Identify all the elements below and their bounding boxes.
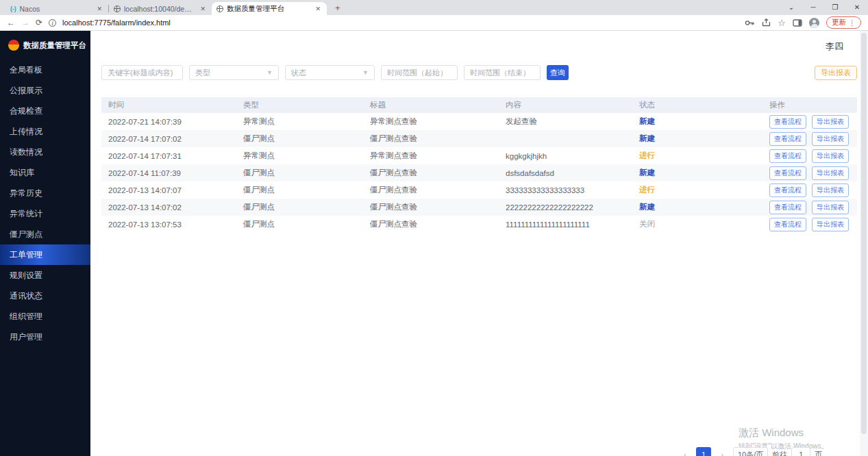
globe-icon bbox=[216, 5, 223, 12]
pagination-page-size-select[interactable]: 10条/页 bbox=[733, 447, 768, 456]
sidebar-item-12[interactable]: 组织管理 bbox=[0, 306, 90, 327]
export-report-row-button[interactable]: 导出报表 bbox=[812, 115, 849, 129]
app-viewport: 数据质量管理平台 全局看板公报展示合规检查上传情况读数情况知识库异常历史异常统计… bbox=[0, 31, 868, 456]
export-report-row-button[interactable]: 导出报表 bbox=[812, 183, 849, 197]
pagination-prev-icon[interactable]: ‹ bbox=[678, 447, 692, 456]
topbar: 李四 bbox=[90, 31, 868, 58]
cell-content: kggkgkjhjkh bbox=[499, 152, 632, 160]
sidebar-item-2[interactable]: 合规检查 bbox=[0, 101, 90, 121]
page-scrollbar[interactable] bbox=[860, 31, 868, 456]
sidebar-item-5[interactable]: 知识库 bbox=[0, 162, 90, 183]
key-icon[interactable] bbox=[745, 19, 755, 27]
new-tab-button[interactable]: + bbox=[332, 3, 344, 13]
work-order-table: 时间 类型 标题 内容 状态 操作 2022-07-21 14:07:39异常测… bbox=[101, 97, 857, 233]
cell-type: 异常测点 bbox=[236, 151, 363, 161]
side-panel-icon[interactable] bbox=[793, 19, 802, 27]
sidebar-item-6[interactable]: 异常历史 bbox=[0, 183, 90, 203]
table-header: 时间 类型 标题 内容 状态 操作 bbox=[101, 97, 857, 113]
cell-time: 2022-07-14 17:07:02 bbox=[101, 135, 236, 143]
view-process-button[interactable]: 查看流程 bbox=[769, 115, 806, 129]
user-name[interactable]: 李四 bbox=[826, 40, 843, 53]
export-report-row-button[interactable]: 导出报表 bbox=[812, 166, 849, 180]
cell-title: 僵尸测点查验 bbox=[363, 185, 499, 195]
menu-dots-icon[interactable]: ⋮ bbox=[849, 19, 856, 27]
view-process-button[interactable]: 查看流程 bbox=[769, 149, 806, 163]
chrome-update-button[interactable]: 更新 ⋮ bbox=[826, 16, 861, 29]
table-row: 2022-07-14 11:07:39僵尸测点僵尸测点查验dsfsdafsdaf… bbox=[101, 164, 857, 181]
sidebar-item-11[interactable]: 通讯状态 bbox=[0, 286, 90, 306]
export-report-row-button[interactable]: 导出报表 bbox=[812, 132, 849, 146]
cell-time: 2022-07-21 14:07:39 bbox=[101, 118, 236, 126]
reload-icon[interactable]: ⟳ bbox=[36, 18, 42, 27]
view-process-button[interactable]: 查看流程 bbox=[769, 183, 806, 197]
sidebar-item-8[interactable]: 僵尸测点 bbox=[0, 224, 90, 244]
tab-nacos[interactable]: (-) Nacos ✕ bbox=[5, 2, 108, 15]
pagination: ‹ 1 › 10条/页 前往 1 页 bbox=[678, 447, 822, 456]
keyword-input[interactable] bbox=[101, 65, 183, 80]
window-minimize-icon[interactable]: ─ bbox=[802, 0, 824, 15]
status-select[interactable]: 状态 ▼ bbox=[285, 65, 375, 80]
view-process-button[interactable]: 查看流程 bbox=[769, 132, 806, 146]
cell-content: 333333333333333333 bbox=[499, 186, 632, 194]
search-button[interactable]: 查询 bbox=[547, 65, 569, 80]
url-bar[interactable]: localhost:7775/falarm/index.html bbox=[62, 18, 739, 27]
window-restore-icon[interactable]: ❐ bbox=[824, 0, 846, 15]
type-select[interactable]: 类型 ▼ bbox=[189, 65, 279, 80]
window-chevron-icon[interactable]: ⌄ bbox=[780, 0, 802, 15]
sidebar-item-1[interactable]: 公报展示 bbox=[0, 80, 90, 101]
cell-type: 僵尸测点 bbox=[236, 202, 363, 212]
scrollbar-thumb[interactable] bbox=[861, 33, 867, 434]
export-report-button[interactable]: 导出报表 bbox=[815, 66, 857, 80]
column-header-title: 标题 bbox=[363, 100, 499, 110]
pagination-jump-input[interactable]: 1 bbox=[791, 447, 810, 456]
back-icon[interactable]: ← bbox=[7, 18, 15, 27]
watermark-line1: 激活 Windows bbox=[739, 427, 828, 440]
tab-close-icon[interactable]: ✕ bbox=[95, 5, 103, 12]
sidebar-item-4[interactable]: 读数情况 bbox=[0, 142, 90, 162]
column-header-time: 时间 bbox=[101, 100, 236, 110]
filter-bar: 类型 ▼ 状态 ▼ 查询 导出报表 bbox=[101, 65, 857, 81]
export-report-row-button[interactable]: 导出报表 bbox=[812, 218, 849, 231]
cell-operations: 查看流程导出报表 bbox=[762, 183, 857, 197]
window-close-icon[interactable]: ✕ bbox=[846, 0, 868, 15]
brand-logo-icon bbox=[8, 40, 19, 51]
export-report-row-button[interactable]: 导出报表 bbox=[812, 201, 849, 214]
pagination-next-icon[interactable]: › bbox=[715, 447, 729, 456]
sidebar-item-7[interactable]: 异常统计 bbox=[0, 203, 90, 224]
column-header-type: 类型 bbox=[236, 100, 363, 110]
view-process-button[interactable]: 查看流程 bbox=[769, 166, 806, 180]
view-process-button[interactable]: 查看流程 bbox=[769, 218, 806, 231]
cell-operations: 查看流程导出报表 bbox=[762, 132, 857, 146]
sidebar-item-0[interactable]: 全局看板 bbox=[0, 60, 90, 80]
status-badge: 新建 bbox=[632, 168, 762, 178]
sidebar-item-3[interactable]: 上传情况 bbox=[0, 121, 90, 142]
tab-close-icon[interactable]: ✕ bbox=[314, 5, 322, 12]
cell-content: 发起查验 bbox=[499, 116, 632, 127]
forward-icon: → bbox=[21, 18, 29, 27]
tab-data-quality-platform[interactable]: 数据质量管理平台 ✕ bbox=[212, 2, 327, 15]
site-info-icon[interactable]: i bbox=[49, 19, 56, 27]
time-range-end-input[interactable] bbox=[464, 65, 541, 80]
sidebar-item-13[interactable]: 用户管理 bbox=[0, 327, 90, 347]
view-process-button[interactable]: 查看流程 bbox=[769, 201, 806, 214]
table-row: 2022-07-13 14:07:07僵尸测点僵尸测点查验33333333333… bbox=[101, 181, 857, 199]
sidebar-menu: 全局看板公报展示合规检查上传情况读数情况知识库异常历史异常统计僵尸测点工单管理规… bbox=[0, 60, 90, 347]
sidebar-item-10[interactable]: 规则设置 bbox=[0, 265, 90, 286]
cell-time: 2022-07-14 11:07:39 bbox=[101, 169, 236, 177]
cell-title: 僵尸测点查验 bbox=[363, 134, 499, 144]
pagination-page-1[interactable]: 1 bbox=[696, 447, 711, 456]
bookmark-star-icon[interactable]: ☆ bbox=[778, 18, 786, 28]
tab-close-icon[interactable]: ✕ bbox=[199, 5, 207, 12]
share-icon[interactable] bbox=[762, 18, 771, 27]
cell-time: 2022-07-13 13:07:53 bbox=[101, 220, 236, 229]
update-label: 更新 bbox=[832, 18, 846, 27]
sidebar-item-9-active[interactable]: 工单管理 bbox=[0, 244, 90, 265]
export-report-row-button[interactable]: 导出报表 bbox=[812, 149, 849, 163]
status-badge: 新建 bbox=[632, 202, 762, 212]
time-range-start-input[interactable] bbox=[381, 65, 458, 80]
tab-title: Nacos bbox=[20, 5, 92, 13]
tab-localhost-demo[interactable]: localhost:10040/demo/psjdbc ✕ bbox=[109, 2, 212, 15]
cell-type: 僵尸测点 bbox=[236, 134, 363, 144]
status-badge: 新建 bbox=[632, 134, 762, 144]
profile-avatar[interactable] bbox=[809, 18, 819, 28]
